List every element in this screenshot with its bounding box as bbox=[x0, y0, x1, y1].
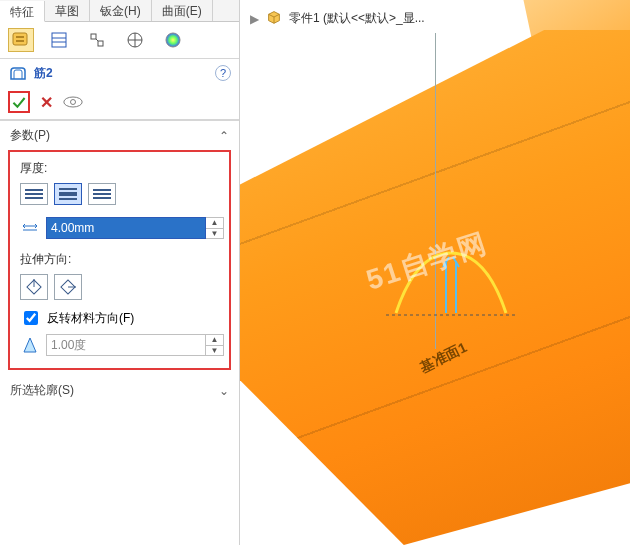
thickness-input[interactable] bbox=[46, 217, 206, 239]
display-state-icon[interactable] bbox=[122, 28, 148, 52]
appearance-icon[interactable] bbox=[160, 28, 186, 52]
draft-icon bbox=[20, 335, 40, 355]
thickness-options bbox=[20, 181, 219, 207]
draft-spin-up[interactable]: ▲ bbox=[206, 335, 223, 346]
draft-field: ▲ ▼ bbox=[46, 334, 224, 356]
chevron-down-icon bbox=[219, 384, 229, 398]
part-glyph-icon bbox=[265, 8, 283, 29]
svg-rect-6 bbox=[91, 34, 96, 39]
thickness-side2-button[interactable] bbox=[88, 183, 116, 205]
graphics-viewport[interactable]: ▶ 零件1 (默认<<默认>_显... 51自学网 基准面1 bbox=[240, 0, 630, 545]
feature-tree-icon[interactable] bbox=[8, 28, 34, 52]
params-section-header[interactable]: 参数(P) bbox=[0, 121, 239, 148]
svg-rect-1 bbox=[16, 36, 24, 38]
flip-material-label: 反转材料方向(F) bbox=[47, 310, 134, 327]
thickness-label: 厚度: bbox=[20, 158, 219, 181]
command-tabs: 特征 草图 钣金(H) 曲面(E) bbox=[0, 0, 239, 22]
breadcrumb-arrow-icon[interactable]: ▶ bbox=[250, 12, 259, 26]
draft-spin-down[interactable]: ▼ bbox=[206, 346, 223, 356]
svg-rect-3 bbox=[52, 33, 66, 47]
svg-rect-7 bbox=[98, 41, 103, 46]
tab-sheetmetal[interactable]: 钣金(H) bbox=[90, 0, 152, 21]
contour-label: 所选轮廓(S) bbox=[10, 382, 74, 399]
feature-header: 筋2 ? bbox=[0, 59, 239, 87]
flip-material-row: 反转材料方向(F) bbox=[20, 302, 219, 332]
svg-line-8 bbox=[96, 39, 98, 41]
feature-title: 筋2 bbox=[34, 65, 209, 82]
property-manager-icon[interactable] bbox=[46, 28, 72, 52]
flip-material-checkbox[interactable] bbox=[24, 311, 38, 325]
configuration-icon[interactable] bbox=[84, 28, 110, 52]
chevron-up-icon bbox=[219, 129, 229, 143]
svg-rect-2 bbox=[16, 40, 24, 42]
thickness-spinner: ▲ ▼ bbox=[206, 217, 224, 239]
draft-input bbox=[46, 334, 206, 356]
breadcrumb: ▶ 零件1 (默认<<默认>_显... bbox=[250, 8, 425, 29]
thickness-dim-icon bbox=[20, 218, 40, 238]
params-label: 参数(P) bbox=[10, 127, 50, 144]
contour-section-header[interactable]: 所选轮廓(S) bbox=[0, 376, 239, 403]
extrude-dir-options bbox=[20, 272, 219, 302]
thickness-side1-button[interactable] bbox=[20, 183, 48, 205]
help-button[interactable]: ? bbox=[215, 65, 231, 81]
thickness-field: ▲ ▼ bbox=[46, 217, 224, 239]
svg-rect-0 bbox=[13, 33, 27, 45]
draft-field-row: ▲ ▼ bbox=[20, 332, 219, 358]
tab-sketch[interactable]: 草图 bbox=[45, 0, 90, 21]
tab-surface[interactable]: 曲面(E) bbox=[152, 0, 213, 21]
svg-point-13 bbox=[64, 97, 82, 107]
extrude-dir-label: 拉伸方向: bbox=[20, 249, 219, 272]
property-manager-panel: 特征 草图 钣金(H) 曲面(E) bbox=[0, 0, 240, 545]
thickness-both-button[interactable] bbox=[54, 183, 82, 205]
thickness-spin-up[interactable]: ▲ bbox=[206, 218, 223, 229]
cancel-button[interactable]: ✕ bbox=[40, 93, 53, 112]
preview-icon[interactable] bbox=[63, 92, 83, 112]
breadcrumb-part-label[interactable]: 零件1 (默认<<默认>_显... bbox=[289, 10, 425, 27]
svg-point-14 bbox=[71, 100, 76, 105]
thickness-spin-down[interactable]: ▼ bbox=[206, 229, 223, 239]
dir-parallel-button[interactable] bbox=[20, 274, 48, 300]
ok-button[interactable] bbox=[8, 91, 30, 113]
confirm-row: ✕ bbox=[0, 87, 239, 119]
params-box: 厚度: ▲ ▼ 拉伸方向: bbox=[8, 150, 231, 370]
svg-point-12 bbox=[166, 33, 180, 47]
rib-icon bbox=[8, 63, 28, 83]
manager-icon-row bbox=[0, 22, 239, 59]
tab-feature[interactable]: 特征 bbox=[0, 1, 45, 22]
thickness-field-row: ▲ ▼ bbox=[20, 215, 219, 241]
rib-sketch bbox=[386, 243, 516, 323]
draft-spinner: ▲ ▼ bbox=[206, 334, 224, 356]
dir-normal-button[interactable] bbox=[54, 274, 82, 300]
